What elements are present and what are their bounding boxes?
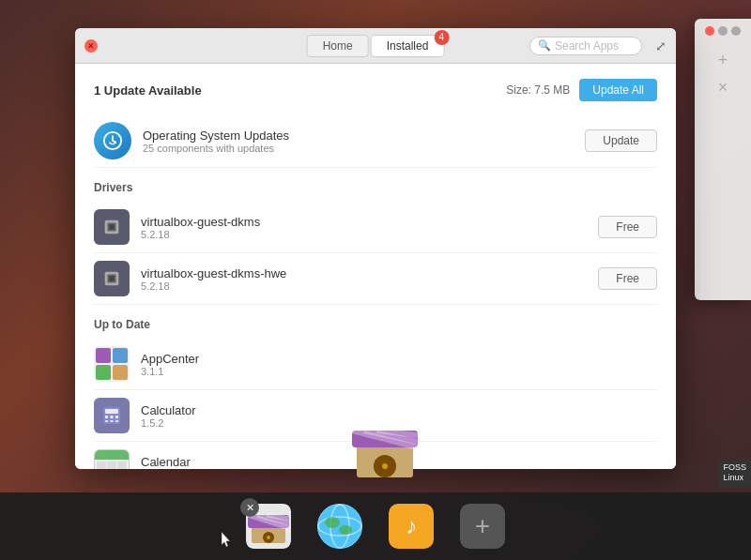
tab-home[interactable]: Home bbox=[307, 35, 369, 57]
up-to-date-label: Up to Date bbox=[94, 318, 657, 331]
right-close-btn[interactable] bbox=[705, 26, 714, 36]
vbox1-free-button[interactable]: Free bbox=[598, 216, 657, 238]
vbox1-version: 5.2.18 bbox=[141, 229, 598, 240]
os-update-name: Operating System Updates bbox=[143, 129, 585, 143]
update-all-area: Size: 7.5 MB Update All bbox=[506, 79, 657, 101]
calendar-icon bbox=[94, 449, 130, 469]
right-btn3[interactable] bbox=[731, 26, 741, 36]
svg-rect-9 bbox=[113, 348, 128, 363]
svg-point-40 bbox=[339, 525, 352, 535]
right-plus-icon: + bbox=[718, 51, 728, 70]
search-box[interactable]: 🔍 Search Apps bbox=[529, 37, 642, 55]
svg-rect-15 bbox=[111, 416, 114, 418]
search-placeholder: Search Apps bbox=[555, 39, 619, 53]
main-window: ✕ Home Installed 4 🔍 Search Apps ⤢ 1 Upd… bbox=[75, 28, 676, 469]
titlebar-tabs: Home Installed 4 bbox=[307, 35, 445, 57]
add-icon: + bbox=[460, 504, 505, 549]
expand-button[interactable]: ⤢ bbox=[655, 38, 667, 53]
updates-header-bar: 1 Update Available Size: 7.5 MB Update A… bbox=[94, 79, 657, 101]
desktop: ✕ Home Installed 4 🔍 Search Apps ⤢ 1 Upd… bbox=[0, 0, 751, 560]
os-update-icon bbox=[94, 122, 131, 159]
foss-linux-badge: FOSS Linux bbox=[718, 460, 751, 487]
vbox2-info: virtualbox-guest-dkms-hwe 5.2.18 bbox=[141, 266, 598, 292]
update-all-button[interactable]: Update All bbox=[579, 79, 657, 101]
right-window: + × bbox=[695, 19, 751, 300]
music-icon: ♪ bbox=[389, 504, 434, 549]
vbox-row-2: virtualbox-guest-dkms-hwe 5.2.18 Free bbox=[94, 253, 657, 305]
svg-rect-11 bbox=[113, 365, 128, 380]
svg-rect-17 bbox=[105, 420, 108, 422]
calculator-icon bbox=[94, 398, 130, 433]
svg-rect-3 bbox=[109, 224, 115, 230]
vbox2-free-button[interactable]: Free bbox=[598, 267, 657, 290]
close-badge[interactable]: ✕ bbox=[240, 498, 259, 517]
right-x-icon: × bbox=[718, 78, 728, 98]
appcenter-icon bbox=[94, 346, 130, 382]
window-content: 1 Update Available Size: 7.5 MB Update A… bbox=[75, 64, 676, 469]
taskbar-music[interactable]: ♪ bbox=[385, 500, 437, 552]
svg-rect-6 bbox=[109, 276, 115, 281]
update-button[interactable]: Update bbox=[585, 129, 657, 152]
svg-point-34 bbox=[267, 536, 270, 539]
floating-store-icon bbox=[347, 410, 422, 485]
vbox1-name: virtualbox-guest-dkms bbox=[141, 215, 598, 229]
appcenter-row: AppCenter 3.1.1 bbox=[94, 339, 657, 390]
titlebar: ✕ Home Installed 4 🔍 Search Apps ⤢ bbox=[75, 28, 676, 64]
svg-rect-10 bbox=[96, 365, 111, 380]
vbox1-icon bbox=[94, 209, 130, 245]
taskbar-browser[interactable] bbox=[314, 500, 366, 552]
svg-point-26 bbox=[382, 463, 388, 469]
svg-rect-13 bbox=[105, 409, 118, 414]
taskbar: ✕ bbox=[0, 492, 751, 560]
appcenter-app-version: 3.1.1 bbox=[141, 366, 657, 377]
search-icon: 🔍 bbox=[538, 39, 551, 52]
svg-rect-19 bbox=[115, 420, 118, 422]
svg-rect-18 bbox=[111, 420, 114, 422]
svg-rect-16 bbox=[115, 416, 118, 418]
update-available-label: 1 Update Available bbox=[94, 83, 202, 98]
installed-badge: 4 bbox=[434, 30, 449, 45]
size-info: Size: 7.5 MB bbox=[506, 83, 570, 97]
vbox1-info: virtualbox-guest-dkms 5.2.18 bbox=[141, 215, 598, 240]
appcenter-app-info: AppCenter 3.1.1 bbox=[141, 352, 657, 377]
svg-point-39 bbox=[325, 517, 340, 528]
right-window-controls bbox=[705, 26, 741, 36]
taskbar-appcenter[interactable]: ✕ bbox=[242, 500, 295, 552]
drivers-section-label: Drivers bbox=[94, 181, 657, 194]
os-update-subtitle: 25 components with updates bbox=[143, 143, 585, 154]
vbox2-name: virtualbox-guest-dkms-hwe bbox=[141, 266, 598, 280]
appcenter-app-name: AppCenter bbox=[141, 352, 657, 366]
vbox-row-1: virtualbox-guest-dkms 5.2.18 Free bbox=[94, 202, 657, 253]
os-update-info: Operating System Updates 25 components w… bbox=[143, 129, 585, 154]
vbox2-version: 5.2.18 bbox=[141, 280, 598, 292]
globe-icon bbox=[317, 504, 362, 549]
window-close-button[interactable]: ✕ bbox=[84, 39, 98, 53]
svg-rect-14 bbox=[105, 416, 108, 418]
os-updates-row: Operating System Updates 25 components w… bbox=[94, 114, 657, 168]
tab-installed[interactable]: Installed 4 bbox=[371, 35, 445, 57]
right-btn2[interactable] bbox=[718, 26, 728, 36]
taskbar-add[interactable]: + bbox=[456, 500, 509, 552]
vbox2-icon bbox=[94, 261, 130, 296]
svg-rect-8 bbox=[96, 348, 111, 363]
